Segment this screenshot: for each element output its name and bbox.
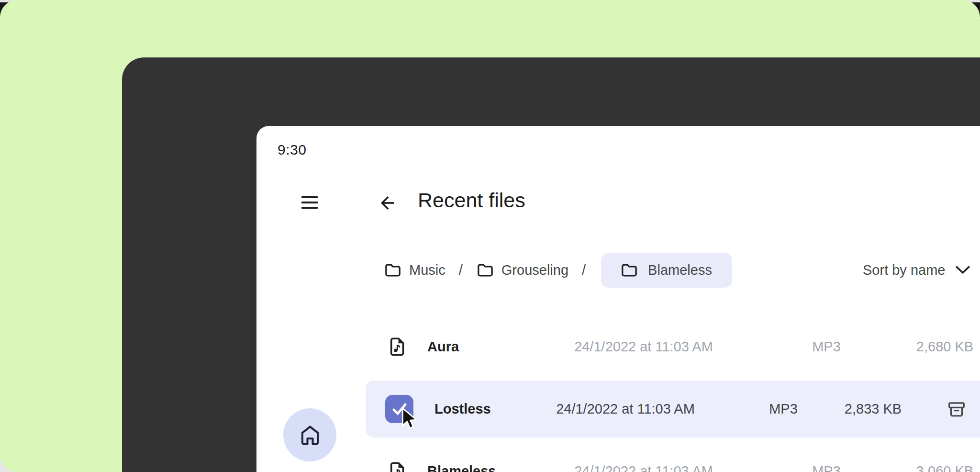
archive-button[interactable] — [947, 381, 966, 438]
audio-file-icon — [390, 315, 406, 378]
breadcrumb-label: Blameless — [648, 262, 712, 278]
tablet-frame: 9:30 Recent files Music / Grouseling — [122, 57, 980, 472]
folder-icon — [385, 263, 401, 277]
archive-icon — [947, 400, 966, 418]
file-size: 2,680 KB — [898, 315, 980, 378]
toolbar: Sort by name — [863, 249, 980, 291]
menu-button[interactable] — [301, 196, 318, 209]
file-name: Blameless — [427, 439, 496, 472]
breadcrumb: Music / Grouseling / Blameless — [385, 253, 732, 288]
sort-button-label[interactable]: Sort by name — [863, 262, 945, 278]
file-name: Aura — [427, 315, 459, 378]
file-date: 24/1/2022 at 11:03 AM — [551, 381, 700, 438]
breadcrumb-label: Music — [409, 262, 445, 278]
file-date: 24/1/2022 at 11:03 AM — [569, 439, 718, 472]
folder-icon — [477, 263, 493, 277]
breadcrumb-item-blameless-current[interactable]: Blameless — [601, 253, 732, 288]
file-size: 2,833 KB — [826, 381, 920, 438]
tablet-screen: 9:30 Recent files Music / Grouseling — [256, 126, 980, 472]
file-row[interactable]: Aura 24/1/2022 at 11:03 AM MP3 2,680 KB — [256, 315, 980, 378]
breadcrumb-label: Grouseling — [501, 262, 568, 278]
breadcrumb-separator: / — [459, 262, 463, 278]
check-icon — [391, 402, 408, 416]
file-type: MP3 — [788, 315, 865, 378]
file-size: 3,060 KB — [898, 439, 980, 472]
breadcrumb-item-music[interactable]: Music — [385, 262, 445, 278]
page-title: Recent files — [418, 185, 525, 215]
breadcrumb-item-grouseling[interactable]: Grouseling — [477, 262, 568, 278]
file-row-selected[interactable]: Lostless 24/1/2022 at 11:03 AM MP3 2,833… — [366, 381, 980, 438]
back-arrow-icon — [378, 193, 398, 213]
folder-icon — [621, 263, 637, 277]
file-name: Lostless — [434, 381, 491, 438]
mockup-canvas: 9:30 Recent files Music / Grouseling — [0, 0, 980, 472]
home-icon — [299, 424, 322, 446]
file-type: MP3 — [788, 439, 865, 472]
back-button[interactable] — [378, 193, 398, 213]
audio-file-icon — [390, 439, 406, 472]
chevron-down-icon[interactable] — [956, 266, 970, 274]
breadcrumb-separator: / — [582, 262, 586, 278]
file-row[interactable]: Blameless 24/1/2022 at 11:03 AM MP3 3,06… — [256, 439, 980, 472]
file-type: MP3 — [745, 381, 822, 438]
status-bar-time: 9:30 — [278, 140, 306, 159]
file-date: 24/1/2022 at 11:03 AM — [569, 315, 718, 378]
row-checkbox-checked[interactable] — [385, 395, 413, 423]
nav-home-button[interactable] — [283, 408, 336, 461]
